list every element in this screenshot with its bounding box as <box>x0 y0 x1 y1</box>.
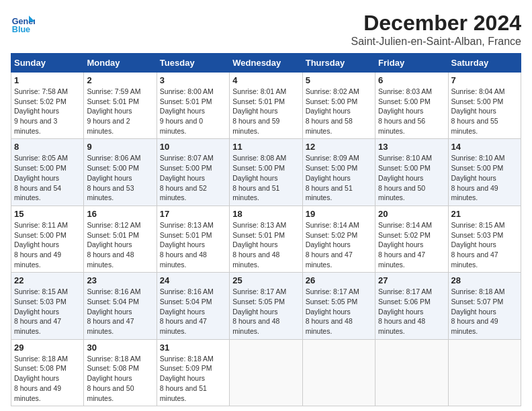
calendar-cell: 22Sunrise: 8:15 AMSunset: 5:03 PMDayligh… <box>11 273 84 339</box>
calendar-week-row: 1Sunrise: 7:58 AMSunset: 5:02 PMDaylight… <box>11 73 521 139</box>
day-detail: Sunrise: 8:14 AMSunset: 5:02 PMDaylight … <box>306 220 372 269</box>
day-number: 12 <box>306 142 372 152</box>
calendar-cell: 14Sunrise: 8:10 AMSunset: 5:00 PMDayligh… <box>448 139 521 205</box>
calendar-table: SundayMondayTuesdayWednesdayThursdayFrid… <box>11 53 521 406</box>
day-detail: Sunrise: 8:18 AMSunset: 5:08 PMDaylight … <box>87 354 153 403</box>
calendar-week-row: 15Sunrise: 8:11 AMSunset: 5:00 PMDayligh… <box>11 205 521 272</box>
day-number: 27 <box>378 275 445 285</box>
day-detail: Sunrise: 8:17 AMSunset: 5:05 PMDaylight … <box>306 287 372 336</box>
day-number: 21 <box>451 209 518 219</box>
column-header-monday: Monday <box>84 54 157 73</box>
day-number: 31 <box>160 342 226 353</box>
day-detail: Sunrise: 8:00 AMSunset: 5:01 PMDaylight … <box>160 87 226 136</box>
calendar-cell: 21Sunrise: 8:15 AMSunset: 5:03 PMDayligh… <box>448 205 521 272</box>
day-detail: Sunrise: 8:18 AMSunset: 5:09 PMDaylight … <box>160 354 226 403</box>
column-header-wednesday: Wednesday <box>230 54 302 73</box>
day-number: 28 <box>451 275 518 285</box>
calendar-cell: 28Sunrise: 8:18 AMSunset: 5:07 PMDayligh… <box>448 273 521 339</box>
day-number: 29 <box>14 342 81 353</box>
day-detail: Sunrise: 8:14 AMSunset: 5:02 PMDaylight … <box>378 220 445 269</box>
day-detail: Sunrise: 8:06 AMSunset: 5:00 PMDaylight … <box>87 153 153 202</box>
day-detail: Sunrise: 8:08 AMSunset: 5:00 PMDaylight … <box>232 153 299 202</box>
day-number: 4 <box>232 75 299 85</box>
column-header-thursday: Thursday <box>302 54 375 73</box>
day-detail: Sunrise: 8:18 AMSunset: 5:08 PMDaylight … <box>14 354 81 403</box>
page-subtitle: Saint-Julien-en-Saint-Alban, France <box>351 36 521 48</box>
calendar-cell: 29Sunrise: 8:18 AMSunset: 5:08 PMDayligh… <box>11 339 84 406</box>
calendar-cell: 24Sunrise: 8:16 AMSunset: 5:04 PMDayligh… <box>157 273 229 339</box>
calendar-week-row: 29Sunrise: 8:18 AMSunset: 5:08 PMDayligh… <box>11 339 521 406</box>
day-number: 5 <box>306 75 372 85</box>
day-number: 6 <box>378 75 445 85</box>
day-detail: Sunrise: 8:15 AMSunset: 5:03 PMDaylight … <box>14 287 81 336</box>
column-header-sunday: Sunday <box>11 54 84 73</box>
day-number: 17 <box>160 209 226 219</box>
calendar-cell: 3Sunrise: 8:00 AMSunset: 5:01 PMDaylight… <box>157 73 229 139</box>
calendar-cell: 9Sunrise: 8:06 AMSunset: 5:00 PMDaylight… <box>84 139 157 205</box>
day-number: 19 <box>306 209 372 219</box>
day-number: 3 <box>160 75 226 85</box>
calendar-cell: 27Sunrise: 8:17 AMSunset: 5:06 PMDayligh… <box>375 273 448 339</box>
day-detail: Sunrise: 8:10 AMSunset: 5:00 PMDaylight … <box>378 153 445 202</box>
day-number: 24 <box>160 275 226 285</box>
calendar-cell: 18Sunrise: 8:13 AMSunset: 5:01 PMDayligh… <box>230 205 302 272</box>
day-detail: Sunrise: 8:17 AMSunset: 5:06 PMDaylight … <box>378 287 445 336</box>
calendar-cell: 4Sunrise: 8:01 AMSunset: 5:01 PMDaylight… <box>230 73 302 139</box>
day-detail: Sunrise: 8:17 AMSunset: 5:05 PMDaylight … <box>232 287 299 336</box>
day-detail: Sunrise: 8:10 AMSunset: 5:00 PMDaylight … <box>451 153 518 202</box>
day-number: 7 <box>451 75 518 85</box>
day-number: 30 <box>87 342 153 353</box>
calendar-cell <box>375 339 448 406</box>
calendar-week-row: 22Sunrise: 8:15 AMSunset: 5:03 PMDayligh… <box>11 273 521 339</box>
column-header-friday: Friday <box>375 54 448 73</box>
calendar-cell: 7Sunrise: 8:04 AMSunset: 5:00 PMDaylight… <box>448 73 521 139</box>
calendar-cell: 12Sunrise: 8:09 AMSunset: 5:00 PMDayligh… <box>302 139 375 205</box>
day-detail: Sunrise: 8:13 AMSunset: 5:01 PMDaylight … <box>232 220 299 269</box>
calendar-cell <box>230 339 302 406</box>
day-detail: Sunrise: 7:59 AMSunset: 5:01 PMDaylight … <box>87 87 153 136</box>
day-detail: Sunrise: 8:11 AMSunset: 5:00 PMDaylight … <box>14 220 81 269</box>
calendar-cell: 2Sunrise: 7:59 AMSunset: 5:01 PMDaylight… <box>84 73 157 139</box>
day-number: 1 <box>14 75 81 85</box>
day-number: 14 <box>451 142 518 152</box>
column-header-saturday: Saturday <box>448 54 521 73</box>
calendar-cell: 31Sunrise: 8:18 AMSunset: 5:09 PMDayligh… <box>157 339 229 406</box>
calendar-cell <box>448 339 521 406</box>
day-number: 16 <box>87 209 153 219</box>
calendar-cell: 10Sunrise: 8:07 AMSunset: 5:00 PMDayligh… <box>157 139 229 205</box>
day-number: 15 <box>14 209 81 219</box>
day-detail: Sunrise: 8:13 AMSunset: 5:01 PMDaylight … <box>160 220 226 269</box>
calendar-cell: 8Sunrise: 8:05 AMSunset: 5:00 PMDaylight… <box>11 139 84 205</box>
day-number: 22 <box>14 275 81 285</box>
page-header: General Blue December 2024 Saint-Julien-… <box>11 11 521 48</box>
day-number: 18 <box>232 209 299 219</box>
logo: General Blue <box>11 11 38 35</box>
day-number: 10 <box>160 142 226 152</box>
day-number: 25 <box>232 275 299 285</box>
svg-text:Blue: Blue <box>12 25 30 34</box>
day-detail: Sunrise: 8:04 AMSunset: 5:00 PMDaylight … <box>451 87 518 136</box>
calendar-cell: 15Sunrise: 8:11 AMSunset: 5:00 PMDayligh… <box>11 205 84 272</box>
day-detail: Sunrise: 8:18 AMSunset: 5:07 PMDaylight … <box>451 287 518 336</box>
day-detail: Sunrise: 8:03 AMSunset: 5:00 PMDaylight … <box>378 87 445 136</box>
logo-icon: General Blue <box>11 11 35 35</box>
calendar-cell: 20Sunrise: 8:14 AMSunset: 5:02 PMDayligh… <box>375 205 448 272</box>
calendar-cell: 1Sunrise: 7:58 AMSunset: 5:02 PMDaylight… <box>11 73 84 139</box>
day-detail: Sunrise: 8:07 AMSunset: 5:00 PMDaylight … <box>160 153 226 202</box>
calendar-cell: 30Sunrise: 8:18 AMSunset: 5:08 PMDayligh… <box>84 339 157 406</box>
day-detail: Sunrise: 8:16 AMSunset: 5:04 PMDaylight … <box>87 287 153 336</box>
day-detail: Sunrise: 8:15 AMSunset: 5:03 PMDaylight … <box>451 220 518 269</box>
day-detail: Sunrise: 8:01 AMSunset: 5:01 PMDaylight … <box>232 87 299 136</box>
day-number: 9 <box>87 142 153 152</box>
calendar-cell <box>302 339 375 406</box>
calendar-header-row: SundayMondayTuesdayWednesdayThursdayFrid… <box>11 54 521 73</box>
calendar-cell: 11Sunrise: 8:08 AMSunset: 5:00 PMDayligh… <box>230 139 302 205</box>
day-number: 23 <box>87 275 153 285</box>
calendar-cell: 5Sunrise: 8:02 AMSunset: 5:00 PMDaylight… <box>302 73 375 139</box>
calendar-cell: 17Sunrise: 8:13 AMSunset: 5:01 PMDayligh… <box>157 205 229 272</box>
calendar-cell: 16Sunrise: 8:12 AMSunset: 5:01 PMDayligh… <box>84 205 157 272</box>
calendar-cell: 19Sunrise: 8:14 AMSunset: 5:02 PMDayligh… <box>302 205 375 272</box>
calendar-week-row: 8Sunrise: 8:05 AMSunset: 5:00 PMDaylight… <box>11 139 521 205</box>
day-number: 26 <box>306 275 372 285</box>
day-detail: Sunrise: 8:12 AMSunset: 5:01 PMDaylight … <box>87 220 153 269</box>
